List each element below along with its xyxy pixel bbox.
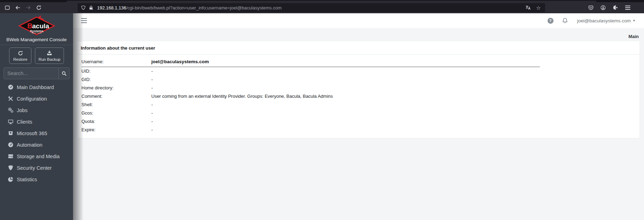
sidebar: B acula Systems BWeb Management Console … bbox=[0, 13, 73, 220]
tracking-shield-icon[interactable] bbox=[81, 5, 86, 10]
user-info-panel: Information about the current user Usern… bbox=[78, 41, 639, 138]
url-path: /cgi-bin/bweb/bweb.pl?action=user_info;u… bbox=[126, 5, 282, 10]
sidebar-item-storage-and-media[interactable]: Storage and Media bbox=[0, 151, 73, 162]
sidebar-item-statistics[interactable]: Statistics bbox=[0, 174, 73, 185]
app-header: ? joel@baculasystems.com ▾ bbox=[73, 13, 644, 28]
sidebar-toggle-icon[interactable] bbox=[80, 17, 88, 24]
sidebar-item-label: Automation bbox=[17, 142, 42, 148]
restore-icon bbox=[17, 50, 23, 56]
sidebar-item-label: Jobs bbox=[17, 108, 28, 113]
extensions-puzzle-icon[interactable] bbox=[610, 3, 621, 12]
browser-active-tab[interactable] bbox=[66, 1, 596, 2]
pie-chart-icon bbox=[7, 176, 14, 182]
row-value: - bbox=[151, 125, 540, 134]
gears-icon bbox=[7, 107, 14, 113]
url-bar[interactable]: 192.168.1.136/cgi-bin/bweb/bweb.pl?actio… bbox=[78, 3, 545, 12]
run-backup-button[interactable]: Run Backup bbox=[35, 47, 64, 64]
dashboard-icon bbox=[7, 84, 14, 90]
sidebar-item-main-dashboard[interactable]: Main Dashboard bbox=[0, 81, 73, 93]
firefox-view-icon[interactable] bbox=[2, 3, 13, 12]
sidebar-search bbox=[3, 67, 70, 79]
table-row: Gcos: - bbox=[81, 109, 540, 117]
sidebar-item-microsoft-365[interactable]: Microsoft 365 bbox=[0, 127, 73, 139]
row-value: - bbox=[151, 100, 540, 109]
sidebar-item-label: Statistics bbox=[17, 177, 37, 182]
sidebar-nav: Main Dashboard Configuration Jobs Client… bbox=[0, 81, 73, 185]
bacula-logo-image: B acula Systems bbox=[18, 15, 56, 36]
breadcrumb[interactable]: Main bbox=[628, 34, 639, 39]
table-row: UID: - bbox=[81, 67, 540, 75]
row-label: Expire: bbox=[81, 125, 151, 134]
sidebar-item-configuration[interactable]: Configuration bbox=[0, 93, 73, 104]
sidebar-item-label: Storage and Media bbox=[17, 154, 60, 159]
bookmark-star-icon[interactable]: ☆ bbox=[534, 3, 543, 12]
row-label: Quota: bbox=[81, 117, 151, 125]
row-label: Username: bbox=[81, 57, 151, 67]
sidebar-item-automation[interactable]: Automation bbox=[0, 139, 73, 151]
sidebar-item-security-center[interactable]: Security Center bbox=[0, 162, 73, 174]
gauge-icon bbox=[7, 142, 14, 148]
row-label: UID: bbox=[81, 67, 151, 75]
user-menu[interactable]: joel@baculasystems.com ▾ bbox=[577, 18, 635, 23]
sidebar-item-label: Microsoft 365 bbox=[17, 131, 47, 136]
help-icon[interactable]: ? bbox=[548, 18, 553, 24]
table-row: Username: joel@baculasystems.com bbox=[81, 57, 540, 67]
sidebar-item-label: Security Center bbox=[17, 165, 52, 171]
url-host: 192.168.1.136 bbox=[97, 5, 126, 10]
row-label: Gcos: bbox=[81, 109, 151, 117]
account-icon[interactable] bbox=[598, 3, 608, 12]
sidebar-actions: Restore Run Backup bbox=[0, 45, 73, 64]
notifications-bell-icon[interactable] bbox=[562, 17, 568, 24]
sidebar-item-label: Clients bbox=[17, 119, 32, 125]
svg-text:Systems: Systems bbox=[30, 29, 43, 33]
svg-text:acula: acula bbox=[32, 22, 49, 30]
forward-icon[interactable] bbox=[23, 3, 34, 12]
row-label: Home directory: bbox=[81, 83, 151, 92]
server-icon bbox=[7, 153, 14, 159]
panel-title: Information about the current user bbox=[81, 45, 155, 51]
sidebar-item-jobs[interactable]: Jobs bbox=[0, 104, 73, 116]
bacula-logo: B acula Systems bbox=[0, 13, 73, 36]
back-icon[interactable] bbox=[13, 3, 23, 12]
search-button[interactable] bbox=[58, 68, 69, 79]
translate-icon[interactable] bbox=[523, 3, 533, 12]
row-value: - bbox=[151, 83, 540, 92]
browser-toolbar: 192.168.1.136/cgi-bin/bweb/bweb.pl?actio… bbox=[0, 2, 644, 13]
row-value: - bbox=[151, 67, 540, 75]
table-row: GID: - bbox=[81, 75, 540, 83]
row-value: - bbox=[151, 75, 540, 83]
lock-warning-icon[interactable] bbox=[88, 5, 94, 10]
search-input[interactable] bbox=[4, 68, 58, 79]
main-area: ? joel@baculasystems.com ▾ Main Informat… bbox=[73, 13, 644, 220]
screen: { "browser": { "url": { "host": "192.168… bbox=[0, 0, 644, 220]
url-text: 192.168.1.136/cgi-bin/bweb/bweb.pl?actio… bbox=[97, 5, 523, 10]
tools-icon bbox=[7, 96, 14, 102]
console-title: BWeb Management Console bbox=[0, 36, 73, 45]
restore-label: Restore bbox=[13, 57, 27, 61]
m365-icon bbox=[7, 130, 14, 136]
desktop-icon bbox=[7, 119, 14, 125]
table-row: Quota: - bbox=[81, 117, 540, 125]
row-label: Comment: bbox=[81, 92, 151, 100]
user-email: joel@baculasystems.com bbox=[577, 18, 631, 23]
restore-button[interactable]: Restore bbox=[9, 47, 31, 64]
pocket-icon[interactable] bbox=[586, 3, 596, 12]
sidebar-item-label: Main Dashboard bbox=[17, 85, 54, 90]
chevron-down-icon: ▾ bbox=[633, 19, 635, 22]
row-value: - bbox=[151, 117, 540, 125]
panel-body: Username: joel@baculasystems.com UID: - … bbox=[78, 54, 639, 138]
shield-icon bbox=[7, 165, 14, 171]
panel-header: Information about the current user bbox=[78, 41, 639, 54]
sidebar-item-label: Configuration bbox=[17, 96, 47, 102]
user-info-table: Username: joel@baculasystems.com UID: - … bbox=[81, 57, 540, 134]
table-row: Comment: User coming from an external Id… bbox=[81, 92, 540, 100]
browser-chrome: 192.168.1.136/cgi-bin/bweb/bweb.pl?actio… bbox=[0, 0, 644, 13]
sidebar-item-clients[interactable]: Clients bbox=[0, 116, 73, 127]
browser-menu-icon[interactable] bbox=[622, 3, 633, 12]
svg-text:B: B bbox=[27, 22, 32, 30]
row-label: GID: bbox=[81, 75, 151, 83]
browser-tab-strip bbox=[0, 0, 644, 2]
reload-icon[interactable] bbox=[34, 3, 44, 12]
table-row: Expire: - bbox=[81, 125, 540, 134]
row-label: Shell: bbox=[81, 100, 151, 109]
